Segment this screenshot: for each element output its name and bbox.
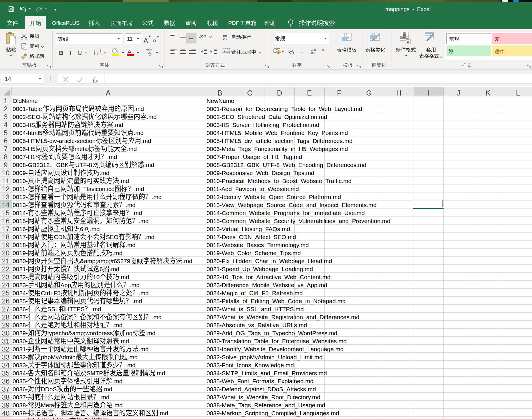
svg-text:SMTP: SMTP <box>86 370 103 376</box>
svg-text:0019-Web_Color_Scheme_Tips.md: 0019-Web_Color_Scheme_Tips.md <box>207 250 301 257</box>
svg-text:og: og <box>126 330 132 336</box>
svg-text:0014-Common_Website_Programs_f: 0014-Common_Website_Programs_for_Immedia… <box>207 210 365 217</box>
svg-text:wén: wén <box>146 48 152 51</box>
svg-text:0011-Add_Favicon_to_Website.md: 0011-Add_Favicon_to_Website.md <box>207 186 299 192</box>
svg-text:0026-: 0026- <box>13 306 28 312</box>
svg-text:2: 2 <box>4 105 7 113</box>
svg-text:,: , <box>301 46 303 55</box>
svg-text:0013-: 0013- <box>13 202 28 208</box>
svg-text:40: 40 <box>2 409 10 417</box>
svg-text:&amp;amp;#65279: &amp;amp;#65279 <box>80 258 130 264</box>
svg-text:.md: .md <box>139 290 149 296</box>
svg-text:0038-Meta_Tags_Reference_and_U: 0038-Meta_Tags_Reference_and_Usage.md <box>207 402 325 409</box>
svg-text:.md: .md <box>119 338 129 344</box>
svg-text:App: App <box>60 282 71 288</box>
svg-text:0039-Markup_Scripting_Compiled: 0039-Markup_Scripting_Compiled_Languages… <box>207 410 339 417</box>
svg-text:0028-Absolute_vs_Relative_URLs: 0028-Absolute_vs_Relative_URLs.md <box>207 322 307 329</box>
svg-text:A: A <box>144 37 148 44</box>
svg-text:31: 31 <box>2 337 10 345</box>
svg-text:23: 23 <box>2 273 10 281</box>
svg-text:NewName: NewName <box>207 98 234 104</box>
svg-text:0005-HTML5_div_article_section: 0005-HTML5_div_article_section_Tags_Diff… <box>207 138 353 144</box>
svg-text:0020-Fix_Hidden_Char_in_Webpag: 0020-Fix_Hidden_Char_in_Webpage_Head.md <box>207 258 332 265</box>
svg-text:0040-: 0040- <box>13 418 28 419</box>
svg-text:0010-: 0010- <box>13 178 28 184</box>
svg-text:0013-View_Webpage_Source_Code_: 0013-View_Webpage_Source_Code_and_Inspec… <box>207 202 377 208</box>
svg-text:K: K <box>486 89 491 97</box>
svg-text:0030-Translation_Table_for_Ent: 0030-Translation_Table_for_Enterprise_We… <box>207 338 347 345</box>
svg-text:从: 从 <box>41 418 47 419</box>
svg-text:14: 14 <box>2 201 10 209</box>
svg-text:0039-: 0039- <box>13 410 28 416</box>
svg-text:10: 10 <box>2 169 10 177</box>
svg-text:0034-: 0034- <box>13 370 28 376</box>
svg-text:.md: .md <box>144 162 154 168</box>
svg-text:0001-Reason_for_Deprecating_Ta: 0001-Reason_for_Deprecating_Table_for_We… <box>207 106 362 112</box>
svg-text:.md: .md <box>130 282 140 288</box>
svg-text:.md: .md <box>107 154 117 160</box>
svg-text:0011-: 0011- <box>13 186 27 192</box>
svg-text:0038-: 0038- <box>13 402 28 408</box>
svg-text:.md: .md <box>155 370 165 376</box>
svg-text:0037-What_is_Website_Root_Dire: 0037-What_is_Website_Root_Directory.md <box>207 394 320 401</box>
svg-text:1: 1 <box>4 97 7 105</box>
svg-text:E: E <box>307 89 312 97</box>
svg-text:0037-: 0037- <box>13 394 28 400</box>
svg-text:0022-: 0022- <box>13 274 28 280</box>
svg-text:0019-: 0019- <box>13 250 28 256</box>
svg-text:%: % <box>288 49 294 56</box>
svg-text:GBK: GBK <box>56 162 69 168</box>
svg-text:x: x <box>95 79 98 84</box>
svg-text:.md: .md <box>147 114 157 120</box>
svg-text:37: 37 <box>2 385 10 393</box>
svg-text:0023-: 0023- <box>13 282 28 288</box>
svg-text:.md: .md <box>127 146 137 152</box>
svg-text:≠: ≠ <box>407 39 409 44</box>
svg-text:.md: .md <box>139 218 149 224</box>
svg-text:0023-Difference_Mobile_Website: 0023-Difference_Mobile_Website_vs_App.md <box>207 282 327 289</box>
svg-text:11: 11 <box>2 177 9 185</box>
svg-text:0032-: 0032- <box>13 354 28 360</box>
svg-text:.md: .md <box>113 378 123 384</box>
svg-text:0017-Does_CDN_Affect_SEO.md: 0017-Does_CDN_Affect_SEO.md <box>207 234 296 241</box>
svg-text:0012-Identify_Website_Open_Sou: 0012-Identify_Website_Open_Source_Platfo… <box>207 194 341 200</box>
svg-text:F: F <box>337 89 341 97</box>
svg-text:0040-Misc_Website_Notes.md: 0040-Misc_Website_Notes.md <box>207 418 287 419</box>
svg-text:.md: .md <box>91 306 101 312</box>
svg-text:39: 39 <box>2 401 10 409</box>
svg-text:0008-GB2312_GBK_UTF-8_Web_Enco: 0008-GB2312_GBK_UTF-8_Web_Encoding_Diffe… <box>207 162 366 168</box>
svg-text:CDN: CDN <box>54 234 67 240</box>
svg-text:meta: meta <box>75 146 88 152</box>
svg-text:0014-: 0014- <box>13 210 28 216</box>
svg-text:.md: .md <box>113 402 123 408</box>
svg-text:.md: .md <box>128 354 138 360</box>
svg-text:0024-: 0024- <box>13 290 28 296</box>
svg-text:0024-Magic_of_Ctrl_F5_Refresh.: 0024-Magic_of_Ctrl_F5_Refresh.md <box>207 290 303 297</box>
svg-text:0031-: 0031- <box>13 346 28 352</box>
svg-text:Ctrl+F5: Ctrl+F5 <box>41 290 61 296</box>
svg-text:27: 27 <box>2 305 10 313</box>
svg-text:.00: .00 <box>310 51 315 55</box>
svg-text:0015-: 0015- <box>13 218 28 224</box>
svg-text:0009-: 0009- <box>13 170 28 176</box>
svg-text:SSL: SSL <box>47 306 59 312</box>
svg-text:.md: .md <box>109 266 119 272</box>
svg-text:36: 36 <box>2 377 10 385</box>
svg-text:.md: .md <box>132 210 142 216</box>
svg-text:PDF: PDF <box>228 20 239 26</box>
svg-text:Meta: Meta <box>41 402 54 408</box>
svg-text:11: 11 <box>127 36 133 42</box>
svg-text:0033-Font_Icons_Knowledge.md: 0033-Font_Icons_Knowledge.md <box>207 362 294 369</box>
svg-text:22: 22 <box>2 265 10 273</box>
svg-text:.md: .md <box>126 362 136 368</box>
svg-text:34: 34 <box>2 361 10 369</box>
svg-text:19: 19 <box>2 241 10 249</box>
svg-text:6: 6 <box>4 137 7 145</box>
svg-text:I14: I14 <box>3 76 11 82</box>
svg-text:8: 8 <box>4 153 7 161</box>
svg-text:16: 16 <box>2 217 10 225</box>
svg-text:.md: .md <box>102 386 112 392</box>
svg-text:H: H <box>396 89 401 97</box>
svg-text:15: 15 <box>2 209 10 217</box>
svg-text:U: U <box>78 49 82 56</box>
